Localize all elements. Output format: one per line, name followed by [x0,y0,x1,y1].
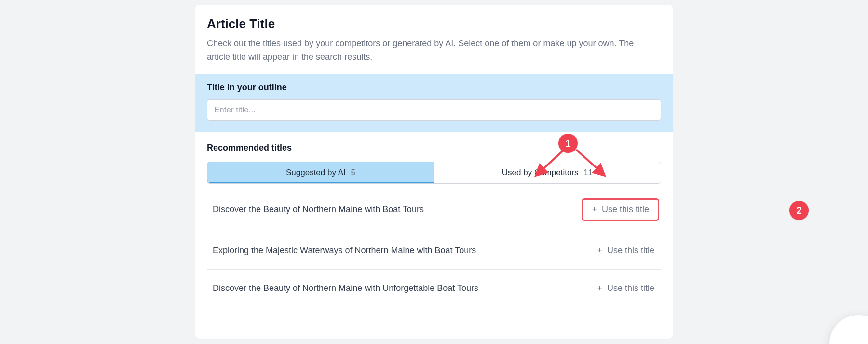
use-this-title-button[interactable]: + Use this title [592,280,659,296]
page-description: Check out the titles used by your compet… [207,37,641,64]
tab-ai-count: 5 [351,168,355,177]
title-suggestion: Exploring the Majestic Waterways of Nort… [209,246,592,256]
recommended-heading: Recommended titles [207,143,661,153]
use-button-label: Use this title [602,205,649,215]
recommended-tabs: Suggested by AI 5 Used by Competitors 11 [207,162,661,184]
list-item: Exploring the Majestic Waterways of Nort… [207,232,661,270]
tab-comp-label: Used by Competitors [502,168,579,177]
article-title-input[interactable] [207,99,661,121]
title-suggestion-truncated: placeholder [209,318,659,328]
use-this-title-button[interactable]: + Use this title [587,202,654,218]
title-suggestion: Discover the Beauty of Northern Maine wi… [209,205,582,215]
list-item: Discover the Beauty of Northern Maine wi… [207,188,661,232]
plus-icon: + [597,283,602,293]
title-outline-section: Title in your outline [195,74,673,132]
tab-ai-label: Suggested by AI [286,168,346,177]
floating-help-bubble[interactable] [829,315,868,344]
page-title: Article Title [207,16,661,31]
tab-comp-count: 11 [583,168,593,177]
list-item: Discover the Beauty of Northern Maine wi… [207,270,661,307]
plus-icon: + [592,205,597,215]
plus-icon: + [597,246,602,256]
recommended-list: Discover the Beauty of Northern Maine wi… [207,188,661,339]
article-title-card: Article Title Check out the titles used … [195,5,673,339]
use-button-label: Use this title [607,283,654,293]
use-button-label: Use this title [607,246,654,256]
annotation-highlight-box: + Use this title [582,198,659,221]
recommended-section: Recommended titles Suggested by AI 5 Use… [195,132,673,339]
card-header: Article Title Check out the titles used … [195,5,673,74]
annotation-badge-2: 2 [789,201,809,220]
tab-suggested-by-ai[interactable]: Suggested by AI 5 [207,162,434,183]
list-item: placeholder [207,307,661,339]
tab-used-by-competitors[interactable]: Used by Competitors 11 [434,162,661,183]
annotation-badge-1: 1 [558,134,578,153]
use-this-title-button[interactable]: + Use this title [592,243,659,259]
outline-label: Title in your outline [207,83,661,93]
title-suggestion: Discover the Beauty of Northern Maine wi… [209,283,592,293]
